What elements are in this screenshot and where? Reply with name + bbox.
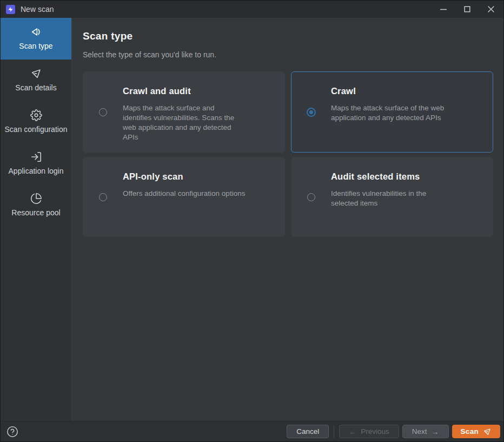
card-text: Crawl and audit Maps the attack surface … bbox=[123, 72, 284, 152]
scan-button[interactable]: Scan bbox=[452, 425, 500, 438]
sidebar-item-label: Scan configuration bbox=[5, 125, 68, 135]
scan-wave-icon bbox=[483, 427, 492, 436]
sidebar-item-scan-details[interactable]: Scan details bbox=[1, 60, 71, 101]
sidebar-item-label: Resource pool bbox=[11, 208, 60, 218]
radio-column bbox=[83, 72, 123, 152]
option-description: Maps the attack surface and identifies v… bbox=[123, 103, 237, 142]
help-button[interactable] bbox=[6, 425, 19, 438]
main-content: Scan type Select the type of scan you'd … bbox=[72, 18, 503, 421]
close-button[interactable] bbox=[484, 2, 498, 16]
lightning-app-icon bbox=[6, 5, 15, 14]
radio-crawl-and-audit[interactable] bbox=[99, 108, 107, 116]
footer-divider bbox=[334, 425, 334, 438]
sidebar-item-label: Application login bbox=[9, 167, 64, 176]
next-button[interactable]: Next → bbox=[402, 425, 449, 438]
gear-icon bbox=[30, 109, 42, 121]
new-scan-window: New scan Scan type bbox=[0, 0, 504, 442]
maximize-button[interactable] bbox=[460, 2, 474, 16]
radio-column bbox=[291, 72, 331, 152]
right-arrow-icon: → bbox=[432, 427, 439, 436]
cancel-button[interactable]: Cancel bbox=[287, 425, 329, 438]
option-card-audit-selected-items[interactable]: Audit selected items Identifies vulnerab… bbox=[291, 157, 493, 237]
radio-audit-selected-items[interactable] bbox=[307, 193, 315, 201]
scan-wave-icon bbox=[30, 68, 42, 80]
option-title: API-only scan bbox=[123, 171, 274, 182]
titlebar: New scan bbox=[1, 1, 503, 18]
sidebar-item-application-login[interactable]: Application login bbox=[1, 143, 71, 184]
sidebar-item-resource-pool[interactable]: Resource pool bbox=[1, 184, 71, 226]
option-title: Audit selected items bbox=[331, 171, 482, 182]
radio-column bbox=[291, 157, 331, 236]
page-title: Scan type bbox=[83, 30, 493, 42]
close-icon bbox=[487, 5, 495, 13]
login-icon bbox=[30, 151, 42, 163]
radio-column bbox=[83, 157, 123, 236]
option-card-api-only-scan[interactable]: API-only scan Offers additional configur… bbox=[83, 157, 285, 237]
radio-crawl[interactable] bbox=[307, 108, 316, 117]
cancel-label: Cancel bbox=[296, 427, 319, 436]
window-body: Scan type Scan details Scan configuratio… bbox=[1, 18, 503, 421]
window-controls bbox=[436, 2, 498, 16]
option-title: Crawl and audit bbox=[123, 86, 274, 96]
option-card-crawl-and-audit[interactable]: Crawl and audit Maps the attack surface … bbox=[83, 71, 285, 153]
option-card-crawl[interactable]: Crawl Maps the attack surface of the web… bbox=[291, 71, 493, 153]
footer-bar: Cancel ← Previous Next → Scan bbox=[1, 421, 503, 441]
option-title: Crawl bbox=[331, 86, 482, 96]
radio-api-only-scan[interactable] bbox=[99, 193, 107, 201]
option-description: Identifies vulnerabilities in the select… bbox=[331, 189, 446, 208]
scan-label: Scan bbox=[461, 427, 479, 436]
left-arrow-icon: ← bbox=[349, 427, 356, 436]
help-circle-icon bbox=[6, 426, 18, 438]
scan-type-options: Crawl and audit Maps the attack surface … bbox=[83, 71, 493, 237]
minimize-icon bbox=[440, 5, 447, 13]
next-label: Next bbox=[412, 427, 427, 436]
card-text: Audit selected items Identifies vulnerab… bbox=[331, 157, 493, 236]
sidebar-item-scan-type[interactable]: Scan type bbox=[1, 18, 71, 60]
option-description: Maps the attack surface of the web appli… bbox=[331, 103, 456, 123]
sidebar-item-label: Scan type bbox=[19, 42, 52, 51]
card-text: API-only scan Offers additional configur… bbox=[123, 157, 284, 236]
window-title: New scan bbox=[21, 5, 54, 14]
scan-cone-icon bbox=[30, 26, 42, 38]
page-subtitle: Select the type of scan you'd like to ru… bbox=[83, 50, 493, 59]
pie-chart-icon bbox=[30, 193, 42, 204]
minimize-button[interactable] bbox=[436, 2, 450, 16]
sidebar-item-scan-configuration[interactable]: Scan configuration bbox=[1, 101, 71, 143]
wizard-sidebar: Scan type Scan details Scan configuratio… bbox=[1, 18, 72, 421]
sidebar-item-label: Scan details bbox=[15, 83, 56, 93]
card-text: Crawl Maps the attack surface of the web… bbox=[331, 72, 493, 152]
option-description: Offers additional configuration options bbox=[123, 189, 274, 199]
maximize-icon bbox=[463, 5, 471, 13]
previous-label: Previous bbox=[361, 427, 389, 436]
previous-button[interactable]: ← Previous bbox=[339, 425, 399, 438]
